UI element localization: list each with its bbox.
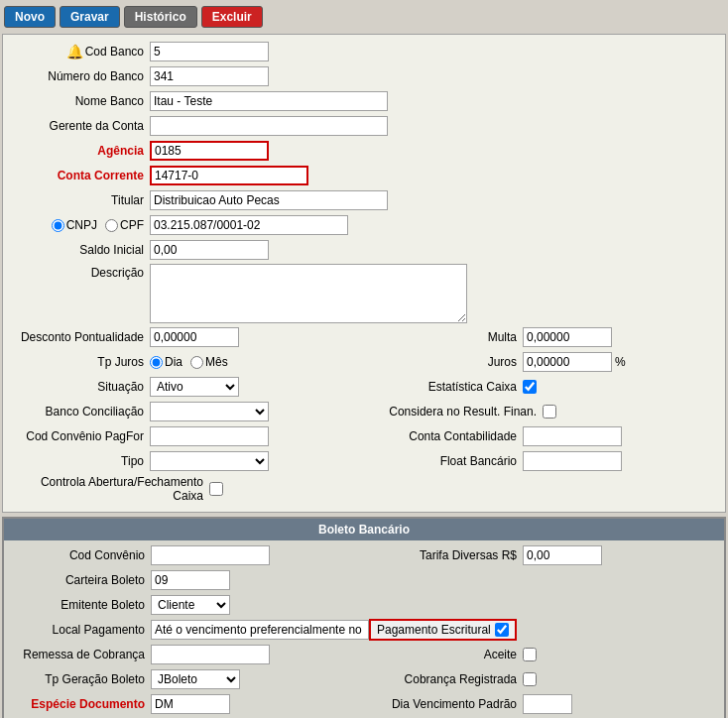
tipo-row: Tipo Float Bancário (11, 450, 717, 472)
boleto-cod-convenio-input[interactable] (151, 545, 270, 565)
nome-banco-row: Nome Banco (11, 90, 717, 112)
titular-row: Titular (11, 189, 717, 211)
carteira-boleto-input[interactable] (151, 570, 230, 590)
agencia-input[interactable] (150, 141, 269, 161)
controla-abertura-checkbox[interactable] (209, 482, 223, 496)
juros-input[interactable] (523, 352, 612, 372)
toolbar: Novo Gravar Histórico Excluir (0, 0, 728, 34)
tp-geracao-row: Tp Geração Boleto JBoleto Outro Cobrança… (12, 668, 716, 690)
boleto-header: Boleto Bancário (4, 519, 724, 540)
cod-banco-label: 🔔 Cod Banco (11, 44, 150, 60)
carteira-boleto-row: Carteira Boleto (12, 569, 716, 591)
juros-percent: % (615, 355, 626, 369)
historico-button[interactable]: Histórico (124, 6, 197, 28)
tipo-label: Tipo (11, 454, 150, 468)
especie-documento-input[interactable] (151, 694, 230, 714)
emitente-boleto-row: Emitente Boleto Cliente Banco (12, 594, 716, 616)
cnpj-cpf-input[interactable] (150, 215, 348, 235)
tarifa-diversas-input[interactable] (523, 545, 602, 565)
agencia-label: Agência (11, 144, 150, 158)
agencia-row: Agência (11, 140, 717, 162)
considera-result-checkbox[interactable] (543, 405, 556, 419)
float-bancario-input[interactable] (523, 451, 622, 471)
pagamento-escritural-label: Pagamento Escritural (377, 623, 491, 637)
desconto-pontualidade-label: Desconto Pontualidade (11, 330, 150, 344)
cobranca-registrada-label: Cobrança Registrada (364, 672, 523, 686)
cnpj-radio[interactable] (52, 219, 64, 232)
banco-conciliacao-select[interactable] (150, 402, 269, 421)
cpf-radio-label[interactable]: CPF (105, 218, 144, 232)
conta-corrente-label: Conta Corrente (11, 169, 150, 182)
dia-vencimento-label: Dia Vencimento Padrão (364, 697, 523, 711)
excluir-button[interactable]: Excluir (201, 6, 263, 28)
banco-conciliacao-label: Banco Conciliação (11, 405, 150, 419)
especie-documento-label: Espécie Documento (12, 697, 151, 711)
situacao-row: Situação Ativo Inativo Estatística Caixa (11, 376, 717, 398)
situacao-label: Situação (11, 380, 150, 394)
controla-abertura-label: Controla Abertura/Fechamento Caixa (11, 475, 209, 503)
tp-juros-label: Tp Juros (11, 355, 150, 369)
dia-radio[interactable] (150, 356, 163, 369)
gerente-conta-row: Gerente da Conta (11, 115, 717, 137)
conta-contabilidade-label: Conta Contabilidade (364, 429, 523, 443)
boleto-cod-convenio-label: Cod Convênio (12, 548, 151, 562)
cod-banco-input[interactable] (150, 42, 269, 61)
desconto-pontualidade-input[interactable] (150, 327, 239, 347)
conta-corrente-input[interactable] (150, 166, 308, 185)
dia-vencimento-input[interactable] (523, 694, 572, 714)
main-form: 🔔 Cod Banco Número do Banco Nome Banco G… (2, 34, 726, 513)
remessa-cobranca-label: Remessa de Cobrança (12, 648, 151, 661)
tipo-select[interactable] (150, 451, 269, 471)
considera-result-label: Considera no Result. Finan. (364, 405, 543, 419)
descricao-row: Descrição (11, 264, 717, 323)
estatistica-caixa-checkbox[interactable] (523, 380, 537, 394)
desconto-multa-row: Desconto Pontualidade Multa (11, 326, 717, 348)
estatistica-caixa-label: Estatística Caixa (364, 380, 523, 394)
mes-radio-label[interactable]: Mês (190, 355, 228, 369)
dia-radio-label[interactable]: Dia (150, 355, 182, 369)
mes-radio[interactable] (190, 356, 203, 369)
cod-convenio-pagfor-input[interactable] (150, 426, 269, 446)
local-pagamento-input[interactable] (151, 620, 369, 640)
numero-banco-input[interactable] (150, 66, 269, 86)
float-bancario-label: Float Bancário (364, 454, 523, 468)
remessa-aceite-row: Remessa de Cobrança Aceite (12, 644, 716, 665)
saldo-inicial-row: Saldo Inicial (11, 239, 717, 261)
juros-row: Tp Juros Dia Mês Juros % (11, 351, 717, 373)
cnpj-cpf-label: CNPJ CPF (11, 218, 150, 232)
cnpj-radio-label[interactable]: CNPJ (52, 218, 97, 232)
nome-banco-input[interactable] (150, 91, 388, 111)
saldo-inicial-label: Saldo Inicial (11, 243, 150, 257)
gerente-conta-input[interactable] (150, 116, 388, 136)
emitente-boleto-select[interactable]: Cliente Banco (151, 595, 230, 615)
cod-convenio-pagfor-label: Cod Convênio PagFor (11, 429, 150, 443)
pagamento-escritural-box: Pagamento Escritural (369, 619, 517, 641)
multa-input[interactable] (523, 327, 612, 347)
tarifa-diversas-label: Tarifa Diversas R$ (364, 548, 523, 562)
novo-button[interactable]: Novo (4, 6, 56, 28)
numero-banco-row: Número do Banco (11, 65, 717, 87)
local-pagamento-row: Local Pagamento Pagamento Escritural (12, 619, 716, 641)
aceite-checkbox[interactable] (523, 648, 537, 661)
saldo-inicial-input[interactable] (150, 240, 269, 260)
emitente-boleto-label: Emitente Boleto (12, 598, 151, 612)
titular-input[interactable] (150, 190, 388, 210)
tp-juros-radio-group: Dia Mês (150, 355, 228, 369)
gravar-button[interactable]: Gravar (60, 6, 120, 28)
carteira-boleto-label: Carteira Boleto (12, 573, 151, 587)
descricao-label: Descrição (11, 264, 150, 280)
cod-banco-row: 🔔 Cod Banco (11, 41, 717, 62)
situacao-select[interactable]: Ativo Inativo (150, 377, 239, 397)
conta-contabilidade-input[interactable] (523, 426, 622, 446)
remessa-cobranca-input[interactable] (151, 645, 270, 664)
boleto-cod-convenio-row: Cod Convênio Tarifa Diversas R$ (12, 544, 716, 566)
pagamento-escritural-checkbox[interactable] (495, 623, 509, 637)
descricao-textarea[interactable] (150, 264, 467, 323)
tp-geracao-boleto-label: Tp Geração Boleto (12, 672, 151, 686)
boleto-section: Boleto Bancário Cod Convênio Tarifa Dive… (2, 517, 726, 718)
cod-convenio-pagfor-row: Cod Convênio PagFor Conta Contabilidade (11, 425, 717, 447)
tp-geracao-boleto-select[interactable]: JBoleto Outro (151, 669, 240, 689)
cpf-radio[interactable] (105, 219, 118, 232)
gerente-conta-label: Gerente da Conta (11, 119, 150, 133)
cobranca-registrada-checkbox[interactable] (523, 672, 537, 686)
